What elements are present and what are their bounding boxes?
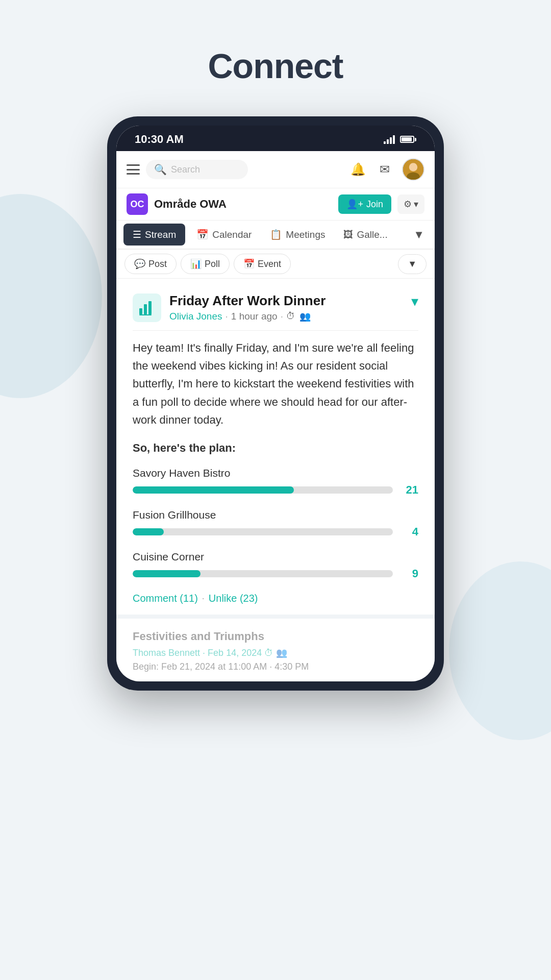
poll-bar-row-1: 21 xyxy=(133,483,418,497)
bar-chart-icon xyxy=(138,299,156,316)
community-name: Område OWA xyxy=(154,198,227,211)
community-left: OC Område OWA xyxy=(127,193,227,215)
post-header-left: Friday After Work Dinner Olivia Jones · … xyxy=(133,293,325,322)
expand-chevron[interactable]: ▾ xyxy=(411,293,418,310)
bg-decoration-right xyxy=(449,561,551,740)
post-author[interactable]: Olivia Jones xyxy=(169,311,222,322)
comment-button[interactable]: Comment (11) xyxy=(133,593,198,604)
poll-label: Poll xyxy=(205,259,220,270)
join-button[interactable]: 👤+ Join xyxy=(338,194,391,214)
svg-rect-3 xyxy=(139,308,142,314)
partial-post-card: Festivities and Triumphs Thomas Bennett … xyxy=(116,619,435,681)
partial-post-author: Thomas Bennett xyxy=(133,648,200,658)
calendar-icon: 📅 xyxy=(196,229,209,240)
search-placeholder: Search xyxy=(171,164,200,175)
hamburger-line-3 xyxy=(127,173,140,175)
tab-gallery-label: Galle... xyxy=(357,229,387,240)
post-card: Friday After Work Dinner Olivia Jones · … xyxy=(116,279,435,619)
hamburger-menu[interactable] xyxy=(127,164,140,175)
post-meta-icons: ⏱ 👥 xyxy=(286,311,311,322)
action-dot: · xyxy=(202,593,205,604)
settings-button[interactable]: ⚙ ▾ xyxy=(397,194,424,214)
group-icon: 👥 xyxy=(299,311,311,322)
tab-stream[interactable]: ☰ Stream xyxy=(123,224,185,246)
tab-meetings[interactable]: 📋 Meetings xyxy=(261,222,334,248)
settings-chevron: ▾ xyxy=(414,199,418,210)
partial-post-begin: Begin: Feb 21, 2024 at 11:00 AM · 4:30 P… xyxy=(133,662,418,672)
tab-gallery[interactable]: 🖼 Galle... xyxy=(334,222,396,248)
clock-icon: ⏱ xyxy=(286,311,295,322)
post-meta: Friday After Work Dinner Olivia Jones · … xyxy=(169,293,325,322)
unlike-button[interactable]: Unlike (23) xyxy=(209,593,258,604)
battery-tip xyxy=(415,138,416,141)
meetings-icon: 📋 xyxy=(270,229,282,240)
tab-meetings-label: Meetings xyxy=(286,229,325,240)
partial-post-date: · Feb 14, 2024 xyxy=(203,648,262,658)
separator-dot: · xyxy=(226,311,228,322)
poll-button[interactable]: 📊 Poll xyxy=(181,254,230,274)
join-icon: 👤+ xyxy=(346,199,363,210)
svg-point-1 xyxy=(409,163,417,171)
poll-option-1[interactable]: Savory Haven Bistro 21 xyxy=(133,467,418,497)
app-header: 🔍 Search 🔔 ✉ xyxy=(116,151,435,188)
bell-icon[interactable]: 🔔 xyxy=(349,160,367,179)
partial-clock-icon: ⏱ 👥 xyxy=(264,648,287,658)
poll-bar-bg-1 xyxy=(133,486,393,494)
post-title: Friday After Work Dinner xyxy=(169,293,325,309)
poll-option-2[interactable]: Fusion Grillhouse 4 xyxy=(133,509,418,538)
nav-tabs: ☰ Stream 📅 Calendar 📋 Meetings 🖼 Galle..… xyxy=(116,220,435,250)
svg-rect-4 xyxy=(144,304,147,314)
phone-screen: 10:30 AM xyxy=(116,126,435,681)
hamburger-line-1 xyxy=(127,164,140,166)
more-tabs-button[interactable]: ▼ xyxy=(408,221,430,249)
post-type-icon xyxy=(133,293,161,322)
svg-rect-5 xyxy=(148,301,152,314)
divider xyxy=(133,330,418,331)
battery-body xyxy=(400,136,414,143)
page-title: Connect xyxy=(0,0,551,86)
action-bar: 💬 Post 📊 Poll 📅 Event ▼ xyxy=(116,250,435,279)
more-actions-button[interactable]: ▼ xyxy=(398,254,427,274)
post-body: Hey team! It's finally Friday, and I'm s… xyxy=(133,339,418,457)
envelope-icon[interactable]: ✉ xyxy=(375,160,394,179)
signal-bar-3 xyxy=(390,137,392,144)
status-icons xyxy=(384,135,416,144)
poll-count-1: 21 xyxy=(400,483,418,497)
status-time: 10:30 AM xyxy=(135,133,184,146)
stream-icon: ☰ xyxy=(133,229,141,240)
poll-bar-fill-1 xyxy=(133,486,294,494)
signal-bar-2 xyxy=(387,139,389,144)
search-box[interactable]: 🔍 Search xyxy=(146,160,248,179)
poll-option-3[interactable]: Cuisine Corner 9 xyxy=(133,551,418,580)
user-avatar[interactable] xyxy=(402,158,424,181)
more-icon: ▼ xyxy=(408,259,417,270)
event-button[interactable]: 📅 Event xyxy=(234,254,291,274)
post-actions: Comment (11) · Unlike (23) xyxy=(133,593,418,604)
community-icon-label: OC xyxy=(131,199,144,210)
phone-frame: 10:30 AM xyxy=(107,116,444,691)
poll-icon: 📊 xyxy=(190,258,202,270)
poll-option-2-label: Fusion Grillhouse xyxy=(133,509,418,521)
hamburger-line-2 xyxy=(127,169,140,170)
signal-icon xyxy=(384,135,395,144)
signal-bar-4 xyxy=(393,135,395,144)
partial-post-title: Festivities and Triumphs xyxy=(133,630,418,643)
gallery-icon: 🖼 xyxy=(343,229,353,240)
tab-calendar[interactable]: 📅 Calendar xyxy=(187,222,261,248)
community-row: OC Område OWA 👤+ Join ⚙ ▾ xyxy=(116,188,435,220)
header-left: 🔍 Search xyxy=(127,160,248,179)
post-button[interactable]: 💬 Post xyxy=(124,254,177,274)
poll-bar-row-2: 4 xyxy=(133,525,418,538)
partial-post-meta: Thomas Bennett · Feb 14, 2024 ⏱ 👥 xyxy=(133,647,418,658)
poll-bar-row-3: 9 xyxy=(133,567,418,580)
settings-icon: ⚙ xyxy=(404,199,412,210)
event-label: Event xyxy=(258,259,281,270)
poll-option-3-label: Cuisine Corner xyxy=(133,551,418,563)
poll-count-2: 4 xyxy=(400,525,418,538)
join-label: Join xyxy=(366,199,383,210)
post-header: Friday After Work Dinner Olivia Jones · … xyxy=(133,293,418,322)
post-label: Post xyxy=(148,259,167,270)
header-right: 🔔 ✉ xyxy=(349,158,424,181)
tab-calendar-label: Calendar xyxy=(212,229,252,240)
post-body-text: Hey team! It's finally Friday, and I'm s… xyxy=(133,341,414,426)
